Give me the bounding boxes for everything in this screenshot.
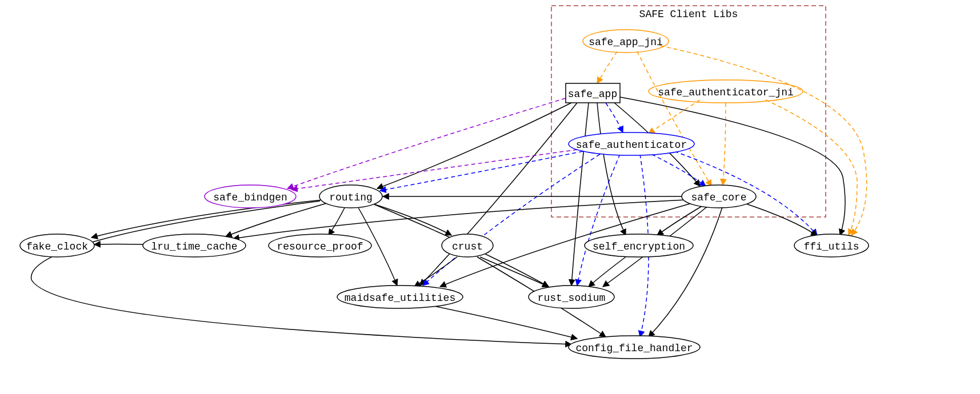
edge-safe-core-to-config-file-handler bbox=[649, 206, 723, 337]
edge-safe-app-jni-to-safe-core bbox=[637, 51, 711, 186]
edge-safe-app-jni-to-safe-app bbox=[597, 51, 617, 83]
label-ffi-utils: ffi_utils bbox=[803, 241, 859, 252]
edge-safe-authenticator-jni-to-ffi-utils bbox=[766, 100, 857, 235]
edge-lru-time-cache-to-fake-clock bbox=[94, 244, 146, 245]
edge-safe-app-to-maidsafe-utilities bbox=[420, 103, 577, 286]
edge-safe-authenticator-to-maidsafe-utilities bbox=[423, 154, 600, 286]
edge-safe-core-to-ffi-utils bbox=[743, 203, 817, 236]
edge-safe-authenticator-to-routing bbox=[380, 151, 583, 191]
label-self-encryption: self_encryption bbox=[593, 241, 685, 252]
edge-self-encryption-to-rust-sodium bbox=[589, 257, 626, 287]
edge-safe-app-to-self-encryption bbox=[597, 103, 626, 235]
label-crust: crust bbox=[452, 241, 483, 252]
edge-safe-core-to-lru-time-cache bbox=[233, 200, 686, 239]
edge-routing-to-config-file-handler bbox=[31, 201, 571, 344]
label-fake-clock: fake_clock bbox=[26, 241, 88, 252]
edge-safe-authenticator-jni-to-safe-core bbox=[723, 103, 726, 185]
edge-safe-authenticator-jni-to-safe-authenticator bbox=[649, 100, 700, 134]
edge-safe-app-to-safe-authenticator bbox=[606, 103, 623, 132]
label-lru-time-cache: lru_time_cache bbox=[151, 241, 237, 252]
label-safe-authenticator-jni: safe_authenticator_jni bbox=[658, 87, 794, 98]
cluster-label: SAFE Client Libs bbox=[639, 9, 738, 20]
label-safe-app-jni: safe_app_jni bbox=[589, 37, 663, 48]
label-maidsafe-utilities: maidsafe_utilities bbox=[345, 292, 455, 304]
edge-maidsafe-utilities-to-config-file-handler bbox=[434, 306, 577, 339]
edge-safe-authenticator-to-safe-bindgen bbox=[291, 150, 577, 190]
edge-safe-app-to-safe-bindgen bbox=[287, 98, 566, 188]
label-routing: routing bbox=[329, 192, 373, 203]
label-safe-app: safe_app bbox=[568, 89, 617, 100]
edge-safe-core-to-self-encryption bbox=[657, 206, 703, 235]
label-resource-proof: resource_proof bbox=[277, 241, 363, 252]
edge-routing-to-resource-proof bbox=[329, 206, 346, 235]
label-rust-sodium: rust_sodium bbox=[538, 292, 606, 304]
edge-safe-authenticator-to-safe-core bbox=[651, 154, 706, 186]
label-safe-core: safe_core bbox=[691, 192, 746, 203]
label-config-file-handler: config_file_handler bbox=[575, 343, 693, 354]
edge-crust-to-rust-sodium bbox=[480, 257, 549, 287]
label-safe-authenticator: safe_authenticator bbox=[576, 139, 687, 151]
edge-safe-app-to-rust-sodium bbox=[571, 103, 589, 286]
label-safe-bindgen: safe_bindgen bbox=[213, 192, 287, 203]
